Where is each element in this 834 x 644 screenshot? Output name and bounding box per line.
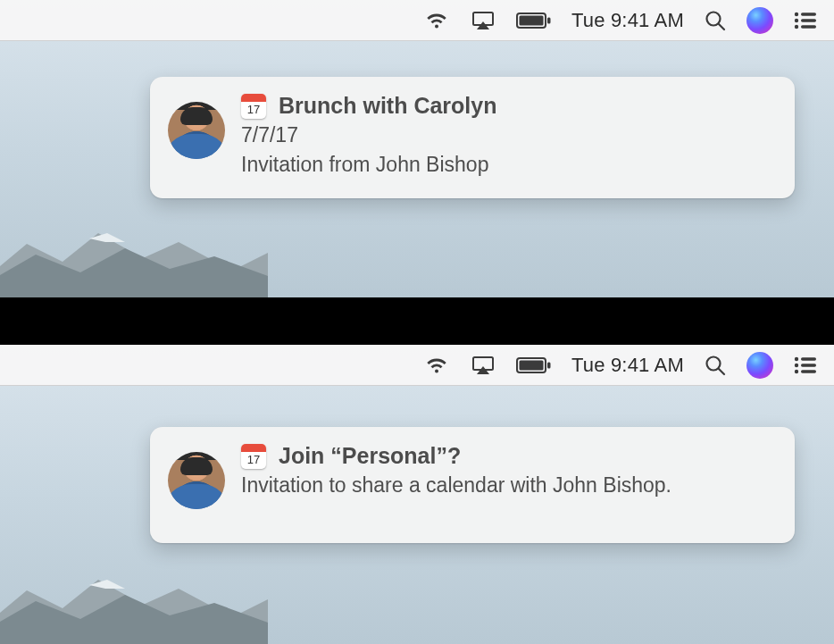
notification-subtitle: Invitation to share a calendar with John… [241, 471, 777, 500]
svg-line-9 [719, 24, 724, 29]
airplay-icon[interactable] [470, 355, 496, 376]
panel-divider [0, 297, 834, 345]
notification-title: Brunch with Carolyn [279, 93, 496, 119]
svg-point-14 [795, 24, 798, 28]
contact-avatar [168, 102, 225, 159]
calendar-app-icon [241, 94, 266, 119]
menu-bar-datetime[interactable]: Tue 9:41 AM [571, 354, 684, 377]
notification-body: Brunch with Carolyn 7/7/17 Invitation fr… [241, 91, 777, 180]
menu-bar: Tue 9:41 AM [0, 0, 834, 41]
screenshot-panel-2: Tue 9:41 AM Join “Personal”? Invitation … [0, 345, 834, 644]
battery-icon[interactable] [516, 356, 552, 374]
notification-date: 7/7/17 [241, 121, 777, 150]
svg-rect-27 [801, 357, 816, 360]
svg-point-28 [795, 363, 798, 366]
svg-rect-11 [801, 13, 816, 15]
menu-bar: Tue 9:41 AM [0, 345, 834, 386]
svg-rect-15 [801, 25, 816, 28]
menu-bar-datetime[interactable]: Tue 9:41 AM [571, 9, 684, 32]
desktop-mountain-decoration [0, 564, 268, 644]
svg-point-12 [795, 18, 798, 21]
battery-icon[interactable] [516, 12, 552, 29]
notification-center-icon[interactable] [793, 11, 818, 30]
svg-point-10 [795, 12, 798, 15]
notification-subtitle: Invitation from John Bishop [241, 150, 777, 180]
airplay-icon[interactable] [470, 10, 496, 31]
svg-rect-13 [801, 19, 816, 21]
calendar-share-notification[interactable]: Join “Personal”? Invitation to share a c… [150, 427, 795, 543]
svg-point-26 [795, 356, 798, 360]
calendar-event-notification[interactable]: Brunch with Carolyn 7/7/17 Invitation fr… [150, 77, 795, 198]
contact-avatar [168, 452, 225, 509]
svg-rect-6 [519, 15, 543, 25]
siri-icon[interactable] [746, 7, 773, 34]
spotlight-search-icon[interactable] [704, 9, 727, 32]
wifi-icon[interactable] [423, 10, 450, 31]
svg-line-25 [719, 369, 724, 374]
desktop-mountain-decoration [0, 217, 268, 297]
notification-center-icon[interactable] [793, 355, 818, 375]
calendar-app-icon [241, 444, 266, 469]
svg-point-30 [795, 369, 798, 372]
notification-body: Join “Personal”? Invitation to share a c… [241, 441, 777, 500]
svg-rect-23 [547, 362, 551, 368]
svg-rect-29 [801, 364, 816, 366]
screenshot-panel-1: Tue 9:41 AM Brunch with Carolyn 7/7/17 I… [0, 0, 834, 297]
wifi-icon[interactable] [423, 355, 450, 376]
svg-rect-22 [519, 360, 543, 370]
siri-icon[interactable] [746, 352, 773, 379]
svg-rect-31 [801, 370, 816, 372]
spotlight-search-icon[interactable] [704, 354, 727, 377]
notification-title: Join “Personal”? [279, 443, 461, 469]
svg-rect-7 [547, 17, 551, 23]
